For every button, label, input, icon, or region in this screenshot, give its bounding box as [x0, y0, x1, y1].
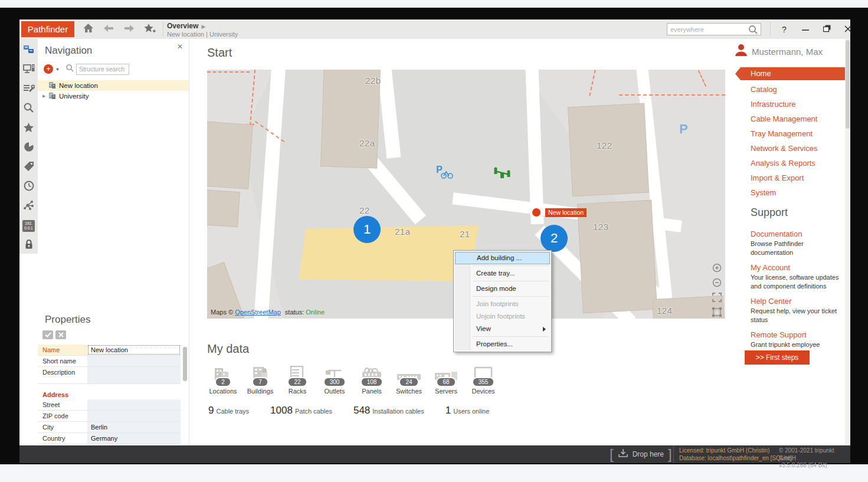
city-value-field[interactable]: Berlin: [87, 422, 181, 432]
property-row-description: Description: [38, 367, 181, 384]
global-search: [667, 23, 761, 35]
back-button[interactable]: [101, 23, 116, 35]
forward-button[interactable]: [122, 23, 137, 35]
menu-catalog[interactable]: Catalog: [732, 82, 845, 97]
totals-row: 9Cable trays 1008Patch cables 548Install…: [208, 405, 489, 417]
stat-switches[interactable]: 24 Switches: [393, 365, 425, 395]
menu-system[interactable]: System: [732, 185, 845, 200]
sidebar-scroll-thumb[interactable]: [846, 40, 850, 129]
properties-toolbar: [42, 330, 66, 339]
stat-locations[interactable]: 2 Locations: [207, 365, 239, 395]
menu-cable-management[interactable]: Cable Management: [732, 112, 845, 126]
favorites-tool-button[interactable]: [19, 119, 38, 138]
new-location-marker[interactable]: [532, 208, 541, 217]
map-label-122: 122: [597, 140, 612, 150]
menu-item-view[interactable]: View: [455, 323, 550, 335]
add-dropdown-caret-icon[interactable]: ▼: [55, 67, 60, 71]
structure-tool-button[interactable]: [19, 41, 38, 60]
navigation-tree: New location ▶ University: [38, 80, 189, 101]
minimize-button[interactable]: [796, 19, 815, 39]
map-building-selected[interactable]: [299, 225, 479, 281]
global-search-input[interactable]: [670, 24, 747, 34]
user-account[interactable]: Mustermann, Max: [734, 44, 823, 59]
drop-zone[interactable]: [ Drop here ]: [610, 445, 672, 463]
left-panel: Navigation ✕ + ▼ New location ▶ Universi…: [38, 39, 189, 445]
home-button[interactable]: [80, 23, 96, 35]
map-label-124: 124: [657, 306, 673, 316]
stat-panels[interactable]: 108 Panels: [356, 365, 388, 395]
stat-servers[interactable]: 68 Servers: [430, 365, 462, 395]
menu-network-services[interactable]: Network & Services: [732, 141, 845, 156]
property-label: Country: [38, 433, 87, 444]
zip-value-field[interactable]: [87, 411, 181, 421]
add-structure-button[interactable]: +: [44, 64, 53, 74]
tree-item-new-location[interactable]: New location: [38, 80, 189, 91]
stat-devices[interactable]: 355 Devices: [467, 365, 499, 395]
street-value-field[interactable]: [87, 399, 181, 410]
documentation-link[interactable]: Documentation: [751, 229, 841, 238]
sidebar-menu: Home Catalog Infrastructure Cable Manage…: [732, 67, 845, 200]
sidebar-scroll-track[interactable]: [845, 39, 850, 445]
menu-item-design-mode[interactable]: Design mode: [455, 283, 550, 295]
property-label: Short name: [38, 356, 87, 366]
map-footpath: [589, 70, 595, 96]
first-steps-button[interactable]: >> First steps: [745, 350, 810, 365]
menu-import-export[interactable]: Import & Export: [732, 170, 845, 185]
fit-view-button[interactable]: [712, 293, 722, 304]
permissions-tool-button[interactable]: [19, 235, 38, 255]
tree-item-university[interactable]: ▶ University: [38, 91, 189, 101]
stat-racks[interactable]: 22 Racks: [281, 365, 313, 395]
auto-zoom-button[interactable]: A: [712, 307, 722, 319]
menu-analysis-reports[interactable]: Analysis & Reports: [732, 156, 845, 170]
expand-arrow-icon[interactable]: ▶: [42, 94, 48, 99]
map-label-21a: 21a: [395, 227, 411, 237]
stat-count-badge: 355: [472, 377, 495, 387]
menu-item-properties[interactable]: Properties...: [455, 338, 550, 350]
country-value-field[interactable]: Germany: [87, 433, 181, 444]
ip-addresses-tool-button[interactable]: 192.0.0.1: [19, 216, 38, 235]
forward-arrow-icon: [124, 24, 135, 35]
openstreetmap-link[interactable]: OpenStreetMap: [235, 309, 281, 316]
attribution-prefix: Maps ©: [211, 309, 233, 316]
help-center-link[interactable]: Help Center: [751, 297, 841, 306]
description-value-field[interactable]: [87, 367, 181, 383]
navigation-close-button[interactable]: ✕: [177, 42, 183, 51]
tags-tool-button[interactable]: [19, 158, 38, 177]
remote-support-link[interactable]: Remote Support: [751, 330, 841, 339]
topology-tool-button[interactable]: [19, 196, 38, 216]
titlebar-separator-2: [770, 22, 771, 37]
zoom-in-button[interactable]: [712, 263, 722, 275]
menu-tray-management[interactable]: Tray Management: [732, 126, 845, 141]
breadcrumb[interactable]: Overview▶: [167, 22, 205, 30]
stat-buildings[interactable]: 7 Buildings: [244, 365, 276, 395]
help-button[interactable]: ?: [775, 19, 794, 39]
properties-scrollbar[interactable]: [183, 347, 187, 381]
menu-item-create-tray[interactable]: Create tray...: [455, 267, 550, 280]
structure-search-input[interactable]: [76, 64, 129, 75]
help-center-desc: Request help, view your ticket status: [751, 307, 841, 324]
properties-title: Properties: [45, 314, 90, 326]
zoom-out-button[interactable]: [712, 278, 722, 290]
home-icon: [83, 23, 94, 35]
search-tool-button[interactable]: [19, 99, 38, 119]
my-account-link[interactable]: My Account: [751, 263, 841, 272]
name-value-field[interactable]: New location: [87, 345, 181, 355]
menu-separator: [473, 336, 549, 337]
menu-home[interactable]: Home: [735, 67, 845, 80]
worklist-tool-button[interactable]: [19, 80, 38, 99]
devices-tool-button[interactable]: [19, 60, 38, 80]
short-name-value-field[interactable]: [87, 356, 181, 366]
restore-button[interactable]: [817, 19, 836, 39]
reports-tool-button[interactable]: [19, 138, 38, 158]
discard-button[interactable]: [55, 330, 66, 339]
menu-item-add-building[interactable]: Add building ...: [455, 252, 550, 264]
favorite-add-button[interactable]: [142, 23, 158, 35]
stat-count-badge: 7: [252, 377, 268, 387]
menu-infrastructure[interactable]: Infrastructure: [732, 97, 845, 112]
close-button[interactable]: [838, 19, 857, 39]
stat-outlets[interactable]: 300 Outlets: [319, 365, 351, 395]
bicycle-parking-icon: P: [436, 164, 454, 182]
apply-button[interactable]: [42, 330, 53, 339]
history-tool-button[interactable]: [19, 177, 38, 196]
search-icon[interactable]: [748, 25, 758, 37]
